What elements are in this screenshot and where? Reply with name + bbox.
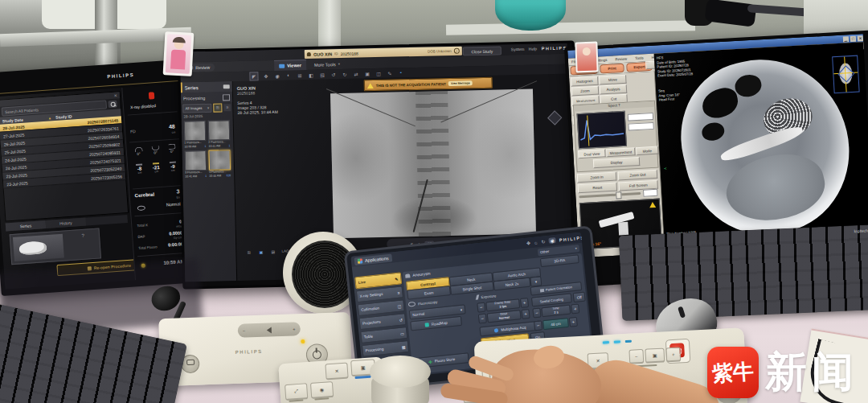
fluoroscopy-section-label: Fluoroscopy	[408, 299, 438, 307]
volume-down-icon[interactable]: −	[243, 328, 246, 333]
series-thumbnail[interactable]: ?	[10, 228, 101, 265]
pointer-icon[interactable]: ◤	[249, 72, 258, 80]
series-thumb-4-selected[interactable]: 4 Fluorosco...10:44 AM328	[209, 150, 231, 178]
patient-key[interactable]: ◉	[310, 381, 334, 399]
snapshot-icon[interactable]: ◫	[375, 69, 382, 76]
minus-key[interactable]: −	[628, 349, 644, 364]
close-icon[interactable]: ✕	[858, 35, 863, 41]
more-tools-menu[interactable]: More Tools ▾	[309, 61, 345, 67]
split-icon[interactable]: ◧	[307, 71, 314, 78]
tool-zoom[interactable]: Zoom	[571, 86, 600, 97]
volume-rocker[interactable]: − +	[238, 322, 301, 338]
rotate-right-icon[interactable]: ↻	[341, 70, 348, 77]
brightness-icon[interactable]: ☼	[534, 240, 538, 245]
search-icon[interactable]	[108, 101, 117, 109]
rotary-knob[interactable]	[368, 356, 432, 403]
layout-icon[interactable]: ⊞	[296, 72, 303, 79]
curve-value-input[interactable]	[628, 113, 653, 121]
collimator-close-key[interactable]: ✕	[325, 363, 348, 380]
tab-measurement[interactable]: Measurement	[606, 147, 636, 157]
minus-button[interactable]: −	[532, 307, 541, 318]
rotate-left-icon[interactable]: ↺	[330, 71, 337, 78]
help-menu[interactable]: Help	[529, 46, 537, 51]
time-value: Time2 s	[541, 305, 571, 318]
series-thumb-1[interactable]: 1 Fluorosco...10:39 AM1	[184, 121, 207, 149]
image-small-icon[interactable]: ▣	[257, 248, 264, 255]
resize-key[interactable]: ⤢	[285, 383, 308, 401]
carm-icon: ↺	[399, 317, 403, 322]
menu-tools[interactable]: Tools	[635, 56, 644, 60]
display-button[interactable]: Display	[593, 157, 641, 168]
window-level-icon[interactable]: ◐	[285, 72, 292, 79]
tab-series[interactable]: Series	[6, 220, 47, 231]
led-row	[603, 340, 632, 344]
cine-small-icon[interactable]: ▤	[269, 248, 276, 255]
grid-view-icon[interactable]: ⊞	[213, 103, 222, 112]
plus-key[interactable]: +	[665, 347, 681, 362]
close-icon[interactable]: ✕	[114, 93, 118, 97]
tab-history[interactable]: History	[46, 218, 87, 228]
chevron-down-icon: ▾	[575, 246, 577, 250]
pan-icon[interactable]: ✥	[262, 72, 269, 80]
minus-button[interactable]: −	[477, 302, 485, 313]
fluoroscopy-image[interactable]	[330, 89, 536, 239]
zoom-icon[interactable]: ◉	[273, 72, 280, 79]
slider-value-box[interactable]	[643, 189, 657, 197]
system-menu[interactable]: System	[511, 47, 525, 51]
view-message-button[interactable]: View Message	[448, 80, 473, 86]
applications-button[interactable]: Applications	[354, 253, 391, 265]
rotate-icon[interactable]: ↻	[541, 238, 546, 244]
tab-mode[interactable]: Mode	[636, 146, 659, 156]
annotate-icon[interactable]: ✎	[386, 69, 393, 76]
flip-icon[interactable]: ⇄	[352, 70, 359, 77]
ct-viewport[interactable]: HFS Date of Birth: 1965 Patient ID: 2025…	[654, 42, 868, 253]
list-view-icon[interactable]: ≡	[223, 104, 231, 111]
zoom-in-button[interactable]: Zoom In	[577, 172, 617, 183]
minus-button[interactable]: −	[534, 320, 542, 331]
tool-histogram[interactable]: Histogram	[571, 76, 599, 87]
protocol-3dra[interactable]: 3D-RA	[540, 254, 579, 267]
sliders-icon: ≡	[397, 290, 400, 294]
menu-review[interactable]: Review	[615, 57, 627, 62]
key-label	[289, 400, 303, 402]
maximize-icon[interactable]: □	[850, 35, 856, 41]
key-label	[314, 397, 329, 400]
power-led	[301, 339, 305, 343]
volume-up-icon[interactable]: +	[293, 327, 296, 331]
move-icon[interactable]: ✥	[526, 240, 531, 245]
plus-button[interactable]: +	[521, 309, 530, 319]
plus-button[interactable]: +	[520, 298, 529, 308]
series-thumb-2[interactable]: 2 Fluorosco...10:41 AM1	[208, 120, 231, 148]
scroll-wheel[interactable]	[678, 306, 686, 319]
stack-icon[interactable]: ▤	[318, 71, 326, 78]
print-button[interactable]: Print	[600, 64, 624, 74]
speaker-glyph-icon	[267, 327, 272, 333]
marker-icon[interactable]: ▪	[397, 69, 404, 76]
orientation-compass-icon[interactable]	[547, 110, 562, 125]
crop-icon[interactable]: ▣	[363, 70, 371, 77]
image-filter-dropdown[interactable]: All Images ▾	[182, 103, 211, 113]
tab-dual-view[interactable]: Dual View	[578, 149, 606, 158]
lungs-icon	[405, 273, 410, 278]
plus-button[interactable]: +	[571, 303, 579, 314]
minus-button[interactable]: −	[478, 314, 487, 324]
coupling-state-button[interactable]: Off	[573, 292, 586, 303]
led-indicator	[603, 341, 609, 343]
user-icon[interactable]: ◉	[548, 237, 556, 244]
series-thumb-3[interactable]: 3 Fluorosco...10:41 AM1	[185, 150, 207, 179]
info-icon[interactable]: i	[454, 48, 460, 54]
nav-processing[interactable]: Processing▦	[362, 340, 409, 357]
right-keyboard[interactable]: logitech	[619, 224, 868, 321]
slider-thumb[interactable]	[616, 191, 621, 199]
field-key[interactable]: ▣	[645, 347, 665, 363]
multiphase-icon	[494, 328, 498, 332]
tool-analysis[interactable]: Analysis	[600, 84, 628, 95]
layout-small-icon[interactable]: ⊞	[245, 249, 252, 256]
tool-move[interactable]: Move	[599, 75, 627, 85]
minimize-icon[interactable]: ▁	[843, 36, 849, 42]
zoom-out-button[interactable]: Zoom Out	[618, 170, 658, 181]
curve-value-input[interactable]	[628, 122, 653, 131]
plus-button[interactable]: +	[569, 317, 578, 327]
field-size-value[interactable]: 48 cm	[542, 318, 569, 330]
localizer-thumbnail[interactable]	[832, 56, 860, 94]
